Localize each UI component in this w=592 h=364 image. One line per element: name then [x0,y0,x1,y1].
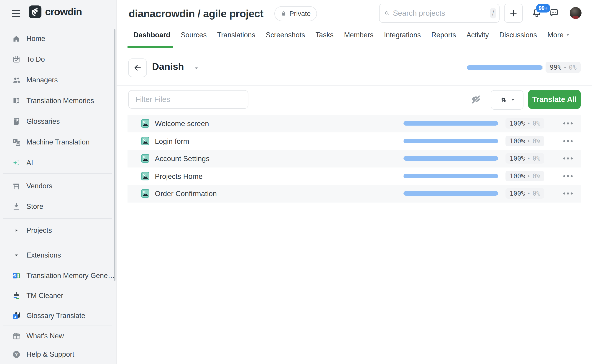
crowdin-logo-text: crowdin [45,6,82,18]
calendar-check-icon [12,55,21,64]
svg-text:?: ? [15,352,18,357]
sidebar-item-help-support[interactable]: ? Help & Support [9,347,109,362]
filter-files-input[interactable] [128,90,248,109]
tab-dashboard[interactable]: Dashboard [133,31,170,39]
file-row[interactable]: Order Confirmation 100%•0% [127,185,581,202]
sidebar-item-vendors[interactable]: Vendors [9,179,109,193]
crowdin-logo-icon [29,6,41,18]
sidebar-item-extensions[interactable]: Extensions [9,248,109,263]
sidebar-item-glossaries[interactable]: Glossaries [9,114,109,129]
sidebar-item-store[interactable]: Store [9,199,109,214]
tm-generator-icon [12,271,21,280]
search-box: / [379,4,499,23]
sidebar: crowdin Home To Do Managers Translation … [0,0,117,364]
menu-hamburger-button[interactable] [10,8,22,20]
crowdin-logo[interactable]: crowdin [29,6,82,18]
create-project-button[interactable] [504,4,523,23]
svg-text:A: A [14,315,17,319]
tab-more[interactable]: More [547,31,570,39]
search-shortcut-hint: / [490,8,496,19]
sidebar-item-todo[interactable]: To Do [9,52,109,67]
sidebar-scrollbar[interactable] [114,29,115,281]
language-progress-bar [467,65,543,70]
eye-off-icon [470,94,481,105]
tab-integrations[interactable]: Integrations [384,31,421,39]
sidebar-item-translation-memories[interactable]: Translation Memories [9,93,109,108]
sidebar-item-projects[interactable]: Projects [9,223,109,238]
file-progress-bar [404,174,498,178]
privacy-badge-label: Private [289,10,311,18]
file-progress-badge: 100%•0% [506,118,544,129]
ai-sparkles-icon [12,158,21,168]
file-name[interactable]: Welcome screen [155,119,209,128]
tab-screenshots[interactable]: Screenshots [266,31,305,39]
file-actions-button[interactable] [561,139,575,143]
glossary-translate-icon: A [12,311,21,320]
translate-all-button[interactable]: Translate All [528,90,581,109]
toggle-hidden-files-button[interactable] [470,94,481,105]
language-dropdown-caret[interactable] [193,65,199,72]
file-actions-button[interactable] [561,174,575,178]
sidebar-item-glossary-translate[interactable]: A Glossary Translate [9,308,109,323]
caret-down-icon [193,65,199,71]
search-input[interactable] [392,9,490,18]
caret-down-icon [511,98,515,102]
file-row[interactable]: Account Settings 100%•0% [127,150,581,168]
sidebar-item-ai[interactable]: AI [9,156,109,170]
sidebar-divider [3,242,112,242]
sidebar-item-machine-translation[interactable]: G Machine Translation [9,135,109,150]
file-progress-badge: 100%•0% [506,188,544,199]
sidebar-divider [3,325,112,326]
tab-activity[interactable]: Activity [466,31,489,39]
sidebar-item-tm-generator[interactable]: Translation Memory Gene… [9,268,109,283]
gift-icon [12,332,21,341]
search-icon [385,9,389,18]
file-name[interactable]: Login form [155,137,189,146]
home-icon [12,34,21,43]
open-book-icon [12,96,21,105]
file-actions-button[interactable] [561,191,575,196]
file-name[interactable]: Account Settings [155,155,209,163]
file-row[interactable]: Login form 100%•0% [127,132,581,150]
tab-discussions[interactable]: Discussions [499,31,537,39]
caret-right-icon [12,226,21,235]
sort-arrows-icon [499,96,508,104]
screenshot-file-icon [141,119,149,128]
tab-translations[interactable]: Translations [217,31,255,39]
question-circle-icon: ? [12,350,21,359]
chevron-down-icon [566,33,570,37]
tab-tasks[interactable]: Tasks [316,31,333,39]
file-row[interactable]: Projects Home 100%•0% [127,168,581,185]
tab-sources[interactable]: Sources [181,31,207,39]
arrow-left-icon [133,64,142,72]
tab-reports[interactable]: Reports [431,31,456,39]
file-actions-button[interactable] [561,121,575,126]
caret-down-icon [12,251,21,260]
sort-button[interactable] [491,90,524,110]
sidebar-item-home[interactable]: Home [9,31,109,46]
language-name: Danish [152,61,184,72]
language-progress-badge: 99% • 0% [545,62,581,73]
file-progress-badge: 100%•0% [506,136,544,146]
file-name[interactable]: Order Confirmation [155,189,217,198]
screenshot-file-icon [141,154,149,163]
tab-members[interactable]: Members [344,31,373,39]
download-icon [12,202,21,211]
file-progress-bar [404,121,498,126]
file-progress-bar [404,191,498,196]
people-icon [12,76,21,85]
storefront-icon [12,182,21,191]
sidebar-item-managers[interactable]: Managers [9,73,109,87]
user-avatar[interactable] [570,7,582,19]
tabs-divider [116,48,592,48]
file-row[interactable]: Welcome screen 100%•0% [127,115,581,132]
file-actions-button[interactable] [561,156,575,161]
file-name[interactable]: Projects Home [155,172,203,181]
plus-icon [509,9,518,18]
sidebar-item-tm-cleaner[interactable]: TM Cleaner [9,288,109,303]
file-progress-badge: 100%•0% [506,171,544,181]
screenshot-file-icon [141,189,149,198]
sidebar-item-whats-new[interactable]: What's New [9,329,109,343]
back-button[interactable] [128,58,147,77]
notification-count-badge: 99+ [536,3,551,13]
